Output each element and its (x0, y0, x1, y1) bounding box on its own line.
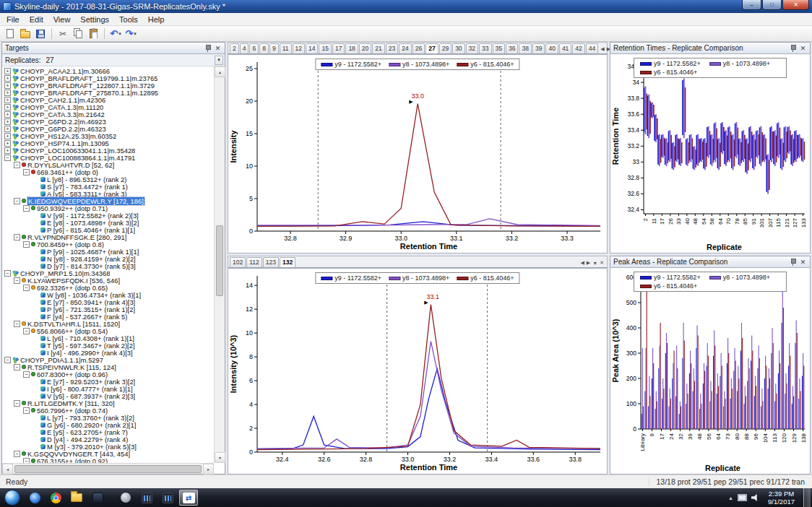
tree-item-protein[interactable]: +CHOYP_BRAFLDRAFT_119799.1.1|m.23765 (2, 74, 214, 82)
expand-toggle[interactable]: − (23, 241, 30, 248)
tree-item-transition[interactable]: P [y9] - 1025.4687+ (rank 1)[1] (2, 248, 214, 255)
scroll-up-icon[interactable] (215, 66, 225, 77)
tree-item-peptide[interactable]: −560.7996++ (dotp 0.74) (2, 407, 214, 414)
expand-toggle[interactable]: − (23, 328, 30, 334)
chromatogram-tab-2[interactable]: 2 (230, 43, 239, 53)
retention-times-chart[interactable]: 32.432.632.83333.233.433.633.83434.22111… (610, 53, 811, 254)
menu-help[interactable]: Help (143, 14, 170, 25)
tree-item-peptide[interactable]: −950.9392++ (dotp 0.71) (2, 204, 214, 212)
redo-button[interactable]: ▾ (124, 27, 138, 41)
tree-item-transition[interactable]: A [y5] - 583.3311+ (rank 3) (2, 190, 214, 197)
close-button[interactable] (782, 0, 809, 10)
tree-item-protein[interactable]: +CHOYP_CATA.1.3|m.11120 (2, 103, 214, 110)
menu-tools[interactable]: Tools (114, 14, 143, 25)
chromatogram-tab-27[interactable]: 27 (426, 43, 438, 53)
chromatogram-tab-4[interactable]: 4 (240, 43, 249, 53)
chromatogram-tab-12[interactable]: 12 (293, 43, 305, 53)
tree-item-transition[interactable]: L [y6] - 710.4308+ (rank 1)[1] (2, 334, 214, 342)
tree-item-transition[interactable]: S [y7] - 783.4472+ (rank 1) (2, 183, 214, 190)
chromatogram-top[interactable]: 32.832.933.033.133.233.3051015202533.0▶R… (228, 54, 608, 254)
chromatogram-tab-44[interactable]: 44 (586, 43, 598, 53)
tree-item-protein[interactable]: +CHOYP_HS12A.25.33|m.60352 (2, 132, 214, 139)
chromatogram-tab-33[interactable]: 33 (479, 43, 491, 53)
open-button[interactable] (18, 27, 33, 41)
expand-toggle[interactable]: + (4, 140, 11, 147)
volume-icon[interactable] (751, 494, 759, 502)
tree-item-transition[interactable]: I [y4] - 496.2990+ (rank 4)[3] (2, 349, 214, 356)
chromatogram-tab-24[interactable]: 24 (399, 43, 411, 53)
tree-item-protein[interactable]: −CHOYP_LOC100883864.1.1|m.41791 (2, 154, 214, 161)
expand-toggle[interactable]: − (23, 371, 30, 378)
tree-item-peptide[interactable]: −700.8459++ (dotp 0.8) (2, 240, 214, 248)
chromatogram-tab-123[interactable]: 123 (263, 257, 279, 267)
taskbar-app-4[interactable] (158, 490, 177, 506)
tree-item-transition[interactable]: L [y8] - 896.5312+ (rank 2) (2, 176, 214, 183)
chromatogram-tab-29[interactable]: 29 (439, 43, 452, 53)
chromatogram-tab-8[interactable]: 8 (259, 43, 269, 53)
expand-toggle[interactable]: − (14, 400, 20, 407)
expand-toggle[interactable]: + (4, 68, 11, 74)
taskbar-internet-explorer[interactable] (25, 490, 44, 506)
expand-toggle[interactable]: + (4, 104, 11, 110)
start-button[interactable] (4, 490, 20, 506)
menu-view[interactable]: View (48, 14, 76, 25)
paste-button[interactable] (86, 27, 100, 41)
tree-item-protein[interactable]: +CHOYP_G6PD.2.2|m.46923 (2, 118, 214, 125)
tree-horizontal-scrollbar[interactable] (2, 463, 214, 474)
tree-item-peptide[interactable]: −K.IEDGWQVEEPDEWLR.Y [172, 186] (2, 197, 214, 204)
expand-toggle[interactable]: − (14, 234, 20, 240)
tab-menu-button[interactable]: ▼ (592, 261, 597, 266)
chromatogram-tab-30[interactable]: 30 (452, 43, 465, 53)
tree-item-transition[interactable]: E [y7] - 929.5203+ (rank 3)[2] (2, 378, 214, 385)
tree-item-transition[interactable]: E [y8] - 1073.4898+ (rank 3)[2] (2, 219, 214, 226)
tree-item-protein[interactable]: +CHOYP_HSP74.1.1|m.13095 (2, 139, 214, 147)
expand-toggle[interactable]: − (4, 155, 11, 161)
chromatogram-tab-9[interactable]: 9 (269, 43, 279, 53)
tab-scroll-left-button[interactable]: ◀ (600, 46, 604, 52)
tree-item-transition[interactable]: T [y5] - 597.3467+ (rank 2)[2] (2, 342, 214, 349)
menu-edit[interactable]: Edit (25, 14, 48, 25)
chromatogram-tab-11[interactable]: 11 (280, 43, 292, 53)
tree-item-transition[interactable]: W [y8] - 1036.4734+ (rank 3)[1] (2, 291, 214, 298)
expand-toggle[interactable]: + (4, 133, 11, 139)
chromatogram-tab-18[interactable]: 18 (345, 43, 358, 53)
chromatogram-tab-21[interactable]: 21 (372, 43, 384, 53)
scrollbar-thumb[interactable] (14, 465, 202, 473)
chromatogram-tab-20[interactable]: 20 (359, 43, 371, 53)
minimize-button[interactable] (742, 0, 761, 10)
tree-vertical-scrollbar[interactable] (214, 66, 225, 463)
copy-button[interactable] (71, 27, 85, 41)
expand-toggle[interactable]: + (4, 147, 11, 154)
tree-item-transition[interactable]: I [y6] - 800.4777+ (rank 1)[1] (2, 385, 214, 392)
expand-toggle[interactable]: − (14, 277, 20, 284)
expand-toggle[interactable]: + (4, 118, 11, 125)
cut-button[interactable] (56, 27, 70, 41)
pin-icon[interactable] (204, 45, 211, 52)
menu-file[interactable]: File (1, 14, 25, 25)
tree-item-protein[interactable]: −CHOYP_MRP1.5.10|m.34368 (2, 269, 214, 277)
save-button[interactable] (33, 27, 48, 41)
tree-item-peptide[interactable]: −676.3155++ (dotp 0.92) (2, 457, 214, 463)
chromatogram-tab-15[interactable]: 15 (319, 43, 331, 53)
expand-toggle[interactable]: − (14, 364, 20, 370)
chromatogram-tab-112[interactable]: 112 (246, 257, 262, 267)
tab-close-button[interactable]: ✕ (600, 260, 604, 266)
scrollbar-thumb[interactable] (216, 225, 223, 297)
tree-item-transition[interactable]: P [y6] - 815.4046+ (rank 1)[1] (2, 226, 214, 233)
new-document-button[interactable] (3, 27, 17, 41)
chromatogram-tab-26[interactable]: 26 (413, 43, 425, 53)
replicates-dropdown[interactable]: 27 (43, 55, 223, 65)
tree-item-peptide[interactable]: −607.8300++ (dotp 0.96) (2, 370, 214, 378)
tree-item-protein[interactable]: +CHOYP_G6PD.2.2|m.46323 (2, 125, 214, 132)
expand-toggle[interactable]: − (14, 451, 20, 457)
tree-item-peptide[interactable]: −K.LYAWEPSFQDK.I [536, 546] (2, 277, 214, 284)
tab-scroll-right-button[interactable]: ▶ (587, 260, 590, 266)
network-icon[interactable] (738, 494, 747, 501)
tree-item-protein[interactable]: +CHOYP_BRAFLDRAFT_122807.1.1|m.3729 (2, 82, 214, 89)
tree-item-protein[interactable]: +CHOYP_CATA.3.3|m.21642 (2, 110, 214, 118)
chromatogram-tab-41[interactable]: 41 (559, 43, 571, 53)
taskbar-chrome[interactable] (46, 490, 65, 506)
chromatogram-tab-102[interactable]: 102 (230, 257, 246, 267)
tree-item-transition[interactable]: L [y7] - 793.3760+ (rank 3)[2] (2, 414, 214, 421)
taskbar-app-1[interactable] (88, 490, 107, 506)
